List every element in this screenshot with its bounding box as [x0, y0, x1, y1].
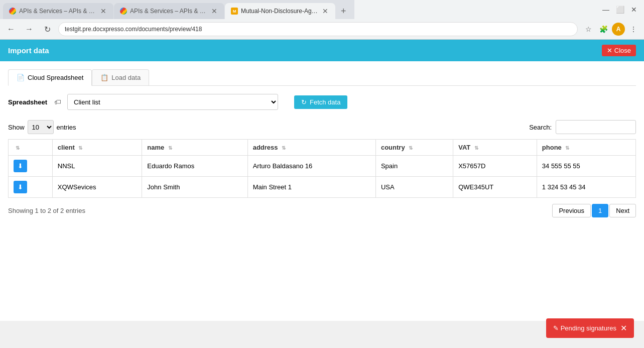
reload-button[interactable]: ↻	[40, 22, 54, 36]
load-icon: 📋	[100, 74, 108, 81]
row2-address: Main Street 1	[247, 177, 375, 198]
table-controls: Show 10 25 50 100 entries Search:	[8, 120, 636, 134]
tab-load-data[interactable]: 📋 Load data	[92, 69, 149, 85]
row1-action: ⬇	[9, 156, 53, 177]
col-address-label: address	[253, 144, 278, 151]
pagination-buttons: Previous 1 Next	[552, 204, 636, 217]
close-modal-button[interactable]: ✕ Close	[602, 45, 636, 56]
browser-chrome: APIs & Services – APIs & Service… ✕ APIs…	[0, 0, 644, 40]
pagination-row: Showing 1 to 2 of 2 entries Previous 1 N…	[8, 204, 636, 217]
col-name[interactable]: name ⇅	[142, 140, 247, 156]
import-row1-button[interactable]: ⬇	[14, 160, 27, 172]
search-label: Search:	[529, 124, 552, 131]
address-input[interactable]	[58, 22, 578, 36]
tab3-close[interactable]: ✕	[321, 7, 329, 15]
tab3-label: Mutual-Non-Disclosure-Agreem…	[241, 8, 318, 15]
browser-tab-2[interactable]: APIs & Services – APIs & Service… ✕	[114, 3, 224, 19]
row2-phone: 1 324 53 45 34	[537, 177, 635, 198]
tab1-label: APIs & Services – APIs & Service…	[19, 8, 96, 15]
col-client[interactable]: client ⇅	[52, 140, 142, 156]
minimize-button[interactable]: —	[600, 4, 612, 16]
row1-country: Spain	[375, 156, 453, 177]
col-phone[interactable]: phone ⇅	[537, 140, 635, 156]
header-row: ⇅ client ⇅ name ⇅ address ⇅	[9, 140, 636, 156]
col-vat[interactable]: VAT ⇅	[453, 140, 537, 156]
toolbar-icons: ☆ 🧩 A ⋮	[582, 23, 640, 36]
fetch-data-button[interactable]: ↻ Fetch data	[294, 95, 347, 109]
entries-label: entries	[57, 124, 76, 131]
tab-navigation: 📄 Cloud Spreadsheet 📋 Load data	[8, 69, 636, 86]
new-tab-button[interactable]: +	[336, 4, 351, 19]
close-window-button[interactable]: ✕	[628, 4, 640, 16]
col-phone-label: phone	[542, 144, 562, 151]
col-client-label: client	[58, 144, 75, 151]
table-row: ⬇ XQWSevices John Smith Main Street 1 US…	[9, 177, 636, 198]
row1-phone: 34 555 55 55	[537, 156, 635, 177]
modal-header: Import data ✕ Close	[0, 40, 644, 61]
star-icon[interactable]: ☆	[582, 23, 595, 36]
tab-bar: APIs & Services – APIs & Service… ✕ APIs…	[0, 0, 354, 19]
pagination-info: Showing 1 to 2 of 2 entries	[8, 207, 85, 214]
modal-title: Import data	[8, 46, 49, 55]
menu-icon[interactable]: ⋮	[627, 23, 640, 36]
spreadsheet-select[interactable]: Client list Employee list Product catalo…	[67, 94, 278, 110]
tab-load-label: Load data	[111, 74, 141, 81]
tag-icon: 🏷	[54, 98, 61, 106]
tab-cloud-label: Cloud Spreadsheet	[28, 74, 83, 81]
tab1-favicon	[9, 8, 16, 15]
show-entries-row: Show 10 25 50 100 entries	[8, 120, 76, 134]
current-page-button[interactable]: 1	[592, 204, 608, 217]
spreadsheet-row: Spreadsheet 🏷 Client list Employee list …	[8, 94, 636, 110]
sort-icon-name: ⇅	[168, 145, 172, 151]
back-button[interactable]: ←	[4, 22, 18, 36]
col-address[interactable]: address ⇅	[247, 140, 375, 156]
page-background: ⬇ ↩ ↕ — ✕ ✏ Edit ✈ Send Import data ✕ Cl…	[0, 40, 644, 321]
row2-name: John Smith	[142, 177, 247, 198]
tab3-favicon: M	[231, 8, 238, 15]
row1-address: Arturo Baldasano 16	[247, 156, 375, 177]
window-controls: — ⬜ ✕	[596, 0, 644, 19]
col-name-label: name	[147, 144, 164, 151]
modal-body: 📄 Cloud Spreadsheet 📋 Load data Spreadsh…	[0, 61, 644, 321]
row2-client: XQWSevices	[52, 177, 142, 198]
tab2-label: APIs & Services – APIs & Service…	[130, 8, 207, 15]
tab1-close[interactable]: ✕	[99, 7, 107, 15]
import-row2-button[interactable]: ⬇	[14, 181, 27, 193]
col-country-label: country	[381, 144, 405, 151]
spreadsheet-icon: 📄	[17, 74, 25, 81]
row1-vat: X57657D	[453, 156, 537, 177]
data-table: ⇅ client ⇅ name ⇅ address ⇅	[8, 139, 636, 198]
table-header: ⇅ client ⇅ name ⇅ address ⇅	[9, 140, 636, 156]
import-data-modal: Import data ✕ Close 📄 Cloud Spreadsheet …	[0, 40, 644, 321]
search-row: Search:	[529, 120, 636, 134]
table-row: ⬇ NNSL Eduardo Ramos Arturo Baldasano 16…	[9, 156, 636, 177]
col-country[interactable]: country ⇅	[375, 140, 453, 156]
col-vat-label: VAT	[458, 144, 470, 151]
sort-icon-address: ⇅	[282, 145, 286, 151]
entries-per-page-select[interactable]: 10 25 50 100	[28, 120, 54, 134]
sort-icon-country: ⇅	[409, 145, 413, 151]
row1-name: Eduardo Ramos	[142, 156, 247, 177]
address-bar-row: ← → ↻ ☆ 🧩 A ⋮	[0, 19, 644, 39]
refresh-icon: ↻	[301, 98, 307, 106]
extensions-icon[interactable]: 🧩	[597, 23, 610, 36]
spreadsheet-label: Spreadsheet	[8, 98, 48, 106]
sort-icon-action: ⇅	[16, 145, 20, 151]
tab-cloud-spreadsheet[interactable]: 📄 Cloud Spreadsheet	[8, 69, 92, 86]
sort-icon-client: ⇅	[78, 145, 82, 151]
next-page-button[interactable]: Next	[609, 204, 636, 217]
maximize-button[interactable]: ⬜	[614, 4, 626, 16]
search-input[interactable]	[556, 120, 636, 134]
row2-country: USA	[375, 177, 453, 198]
browser-tab-1[interactable]: APIs & Services – APIs & Service… ✕	[3, 3, 113, 19]
forward-button[interactable]: →	[22, 22, 36, 36]
browser-tab-3[interactable]: M Mutual-Non-Disclosure-Agreem… ✕	[225, 3, 335, 19]
sort-icon-vat: ⇅	[474, 145, 478, 151]
table-body: ⬇ NNSL Eduardo Ramos Arturo Baldasano 16…	[9, 156, 636, 198]
profile-icon[interactable]: A	[612, 23, 625, 36]
previous-page-button[interactable]: Previous	[552, 204, 591, 217]
tab2-close[interactable]: ✕	[210, 7, 218, 15]
row1-client: NNSL	[52, 156, 142, 177]
row2-action: ⬇	[9, 177, 53, 198]
pending-signatures-banner[interactable]: ✎ Pending signatures ✕	[546, 318, 634, 321]
